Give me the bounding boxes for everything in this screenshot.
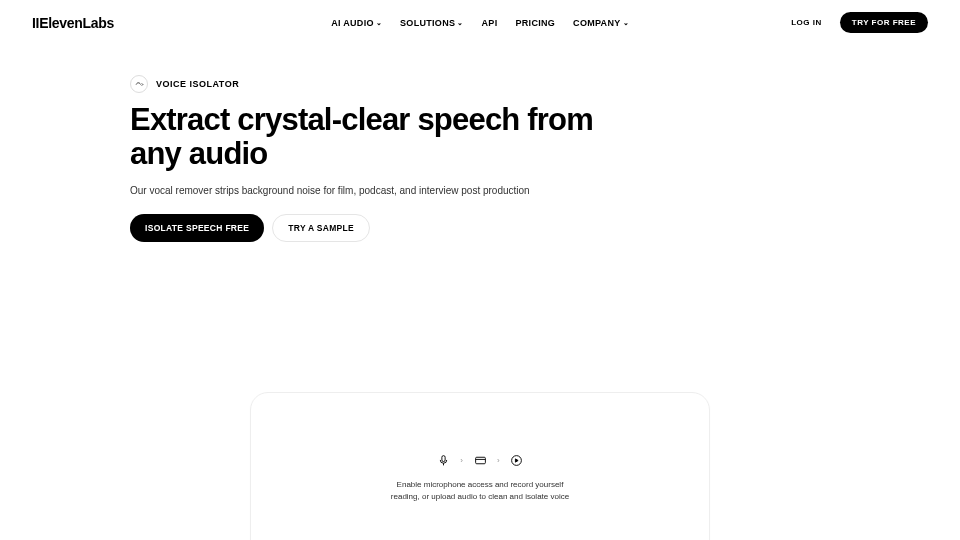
chevron-down-icon: ⌄	[376, 19, 382, 27]
product-badge: VOICE ISOLATOR	[130, 75, 830, 93]
isolate-speech-button[interactable]: ISOLATE SPEECH FREE	[130, 214, 264, 242]
login-button[interactable]: LOG IN	[781, 13, 832, 32]
hero-cta-row: ISOLATE SPEECH FREE TRY A SAMPLE	[130, 214, 830, 242]
nav-ai-audio[interactable]: AI AUDIO⌄	[331, 18, 382, 28]
badge-label: VOICE ISOLATOR	[156, 79, 239, 89]
voice-isolator-icon	[130, 75, 148, 93]
svg-rect-0	[442, 455, 445, 461]
logo[interactable]: IIElevenLabs	[32, 15, 114, 31]
process-icons: › ›	[271, 453, 689, 467]
svg-rect-1	[475, 457, 485, 464]
upload-card: › › Enable microphone access and record …	[250, 392, 710, 540]
try-free-button[interactable]: TRY FOR FREE	[840, 12, 928, 33]
file-icon	[473, 453, 487, 467]
main-nav: AI AUDIO⌄ SOLUTIONS⌄ API PRICING COMPANY…	[331, 18, 629, 28]
play-icon	[510, 453, 524, 467]
chevron-right-icon: ›	[460, 456, 463, 465]
main: VOICE ISOLATOR Extract crystal-clear spe…	[0, 45, 960, 540]
try-sample-button[interactable]: TRY A SAMPLE	[272, 214, 370, 242]
page-subtitle: Our vocal remover strips background nois…	[130, 185, 830, 196]
header-actions: LOG IN TRY FOR FREE	[781, 12, 928, 33]
chevron-down-icon: ⌄	[623, 19, 629, 27]
nav-pricing[interactable]: PRICING	[515, 18, 555, 28]
header: IIElevenLabs AI AUDIO⌄ SOLUTIONS⌄ API PR…	[0, 0, 960, 45]
chevron-down-icon: ⌄	[457, 19, 463, 27]
chevron-right-icon: ›	[497, 456, 500, 465]
page-title: Extract crystal-clear speech from any au…	[130, 103, 630, 171]
card-instructions: Enable microphone access and record your…	[390, 479, 570, 503]
nav-solutions[interactable]: SOLUTIONS⌄	[400, 18, 464, 28]
nav-api[interactable]: API	[482, 18, 498, 28]
svg-marker-4	[516, 459, 519, 462]
nav-company[interactable]: COMPANY⌄	[573, 18, 629, 28]
mic-icon	[436, 453, 450, 467]
